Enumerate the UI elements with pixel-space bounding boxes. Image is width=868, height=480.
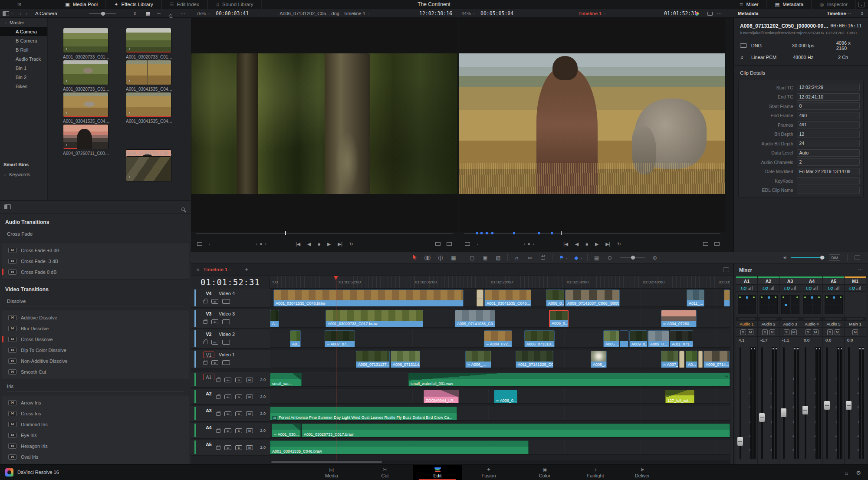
video-clip[interactable]: A0... xyxy=(686,351,697,368)
strip-eq-button[interactable]: EQ xyxy=(779,285,801,292)
audio-clip[interactable]: A001_03020733_C017.braw xyxy=(302,424,730,438)
track-lock-icon[interactable] xyxy=(203,300,207,303)
bin-forward-icon[interactable]: › xyxy=(26,10,27,16)
toolbar-collapse-icon[interactable] xyxy=(855,255,860,260)
fullscreen-icon[interactable] xyxy=(707,12,713,16)
settings-gear-icon[interactable]: ⚙ xyxy=(856,470,861,476)
snapping-icon[interactable]: ∩ xyxy=(510,255,523,261)
page-button-cut[interactable]: ✂Cut xyxy=(364,465,406,480)
metadata-collapse-icon[interactable]: ⇕ xyxy=(860,9,864,18)
track-solo-button[interactable]: S xyxy=(235,445,242,450)
timeline-vertical-scrollbar[interactable] xyxy=(730,276,733,464)
track-destination-A4[interactable]: A4 xyxy=(203,424,214,431)
track-auto-select-icon[interactable]: ◃▹ xyxy=(211,360,218,365)
track-auto-select-icon[interactable]: ◃▹ xyxy=(224,395,231,399)
keywords-item[interactable]: ›Keywords xyxy=(4,172,30,177)
chevron-down-icon[interactable]: ⌄ xyxy=(580,256,583,260)
strip-mute-button[interactable]: M xyxy=(835,329,840,335)
metadata-field-value[interactable]: 0 xyxy=(797,102,860,110)
video-clip[interactable]: A005_... xyxy=(603,330,619,348)
video-clip[interactable] xyxy=(477,289,483,307)
zoom-slider[interactable] xyxy=(620,257,645,258)
timeline-tab[interactable]: Timeline 1 xyxy=(203,267,227,272)
replace-clip-icon[interactable]: ▧ xyxy=(492,255,505,261)
source-match-frame-icon[interactable] xyxy=(435,237,441,250)
topbar-button-sound-library[interactable]: ♫Sound Library xyxy=(207,0,262,9)
source-in-out-icon[interactable] xyxy=(447,237,452,250)
track-destination-A1[interactable]: A1 xyxy=(203,374,214,380)
effect-item-hexagon-iris[interactable]: ⋈Hexagon Iris xyxy=(2,441,189,451)
bin-item-audio-track[interactable]: Audio Track xyxy=(0,54,47,63)
track-header-V1[interactable]: V1Video 1◃▹ xyxy=(191,350,270,369)
timeline-in-out-icon[interactable] xyxy=(714,237,720,250)
track-header-A3[interactable]: A3◃▹SM2.0 xyxy=(191,406,270,422)
track-auto-select-icon[interactable]: ◃▹ xyxy=(211,299,218,304)
metadata-scope-selector[interactable]: Timeline xyxy=(827,9,846,18)
source-scrub-bar[interactable] xyxy=(196,231,453,235)
video-clip[interactable] xyxy=(724,289,730,307)
video-clip[interactable]: ∞A007_07... xyxy=(325,330,355,348)
track-auto-select-icon[interactable]: ◃▹ xyxy=(224,411,231,416)
dim-button[interactable]: DIM xyxy=(829,254,840,261)
track-mute-button[interactable]: M xyxy=(246,428,253,433)
track-filmstrip-icon[interactable] xyxy=(222,340,230,345)
track-destination-V4[interactable]: V4 xyxy=(203,290,214,297)
viewer-marker-dot[interactable] xyxy=(491,232,493,234)
pan-pad-surface[interactable] xyxy=(825,295,843,314)
video-clip[interactable]: A009_07141037_C006_[0000... xyxy=(565,289,620,307)
stop-icon[interactable]: ■ xyxy=(585,242,588,247)
color-wheel-icon[interactable] xyxy=(695,12,699,16)
strip-solo-button[interactable]: S xyxy=(806,329,811,335)
track-destination-V3[interactable]: V3 xyxy=(203,311,214,317)
audio-track-lane-A4[interactable]: ∞A001_030...A001_03020733_C017.braw xyxy=(270,423,730,438)
video-track-lane-V2[interactable]: A0...∞A007_07...∞A004_072...A006_071310.… xyxy=(270,329,730,348)
video-clip[interactable]: A006_071310... xyxy=(524,330,555,348)
audio-clip[interactable]: A001_03041535_C046.braw xyxy=(270,441,529,455)
track-destination-V2[interactable]: V2 xyxy=(203,331,214,338)
media-clip-thumbnail[interactable]: ♪ xyxy=(126,60,171,85)
track-mute-button[interactable]: M xyxy=(246,411,253,416)
audio-clip[interactable]: ∞A006_0... xyxy=(494,390,517,404)
strip-mute-button[interactable]: M xyxy=(748,329,753,335)
source-zoom-level[interactable]: 75%⌄ xyxy=(196,9,210,18)
track-lock-icon[interactable] xyxy=(203,320,207,324)
video-clip[interactable] xyxy=(679,351,684,368)
trim-edit-mode-icon[interactable]: ⟨▮⟩ xyxy=(421,255,434,261)
strip-solo-button[interactable]: S xyxy=(740,329,746,335)
track-mute-button[interactable]: M xyxy=(246,395,253,399)
effect-item-additive-dissolve[interactable]: ⋈Additive Dissolve xyxy=(2,312,189,323)
media-clip-thumbnail[interactable]: ♪ xyxy=(63,92,108,117)
pan-position-handle[interactable] xyxy=(785,304,787,306)
strip-pan-pad[interactable] xyxy=(823,292,844,318)
track-filmstrip-icon[interactable] xyxy=(222,299,230,304)
effect-item-cross-fade-0-db[interactable]: ⋈Cross Fade 0 dB xyxy=(2,266,189,277)
video-clip[interactable]: ∞A006_... xyxy=(465,351,491,368)
page-button-media[interactable]: ▤Media xyxy=(311,465,352,480)
strip-fader[interactable]: 0-5-10-15-20-30-40-50 xyxy=(736,344,757,463)
bin-item-bin-2[interactable]: Bin 2 xyxy=(0,72,47,82)
track-header-A4[interactable]: A4◃▹SM2.0 xyxy=(191,423,270,439)
media-clip-thumbnail[interactable]: ♪ xyxy=(63,124,108,149)
strip-eq-button[interactable]: EQ xyxy=(801,285,822,292)
pan-position-handle[interactable] xyxy=(746,296,748,299)
viewer-marker-dot[interactable] xyxy=(476,232,478,234)
audio-track-lane-A1[interactable]: small_wa...∿small_waterfall_001.wav∿ xyxy=(270,372,730,387)
topbar-button-metadata[interactable]: ▤Metadata xyxy=(767,0,812,9)
fader-handle[interactable] xyxy=(737,437,743,446)
fader-handle[interactable] xyxy=(846,401,852,410)
mixer-options-icon[interactable]: ⋯ xyxy=(858,267,863,273)
track-filmstrip-icon[interactable] xyxy=(222,319,230,324)
metadata-field-value[interactable] xyxy=(797,177,860,184)
strip-eq-button[interactable]: EQ xyxy=(823,285,844,292)
strip-fader[interactable]: 0-5-10-15-20-30-40-50 xyxy=(845,344,866,463)
track-lock-icon[interactable] xyxy=(216,429,220,433)
media-more-options-icon[interactable]: ⋯ xyxy=(181,9,185,18)
audio-clip[interactable]: 127_full_with-a-... xyxy=(665,390,694,404)
page-button-edit[interactable]: Edit xyxy=(413,465,462,480)
insert-clip-icon[interactable]: ▢ xyxy=(466,255,479,261)
track-solo-button[interactable]: S xyxy=(235,411,242,416)
video-clip[interactable]: A006_0713114... xyxy=(391,351,420,368)
timeline-tab-close-icon[interactable]: ✕ xyxy=(196,267,200,272)
track-auto-select-icon[interactable]: ◃▹ xyxy=(211,319,218,324)
timeline-viewer-image[interactable] xyxy=(459,53,725,194)
